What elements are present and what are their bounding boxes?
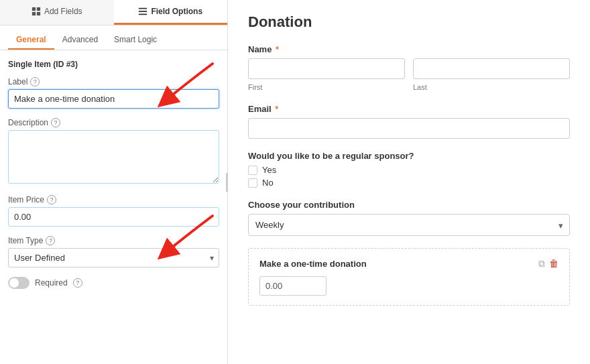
required-label: Required (35, 278, 68, 288)
sponsor-yes-row: Yes (248, 165, 570, 175)
svg-rect-5 (139, 11, 147, 12)
description-help-icon[interactable]: ? (51, 118, 60, 127)
first-name-input[interactable] (248, 58, 405, 79)
form-title: Donation (248, 13, 570, 31)
name-inputs-row (248, 58, 570, 79)
email-field-label: Email * (248, 104, 570, 114)
donation-card: Make a one-time donation ⧉ 🗑 (248, 248, 570, 306)
last-name-input[interactable] (413, 58, 570, 79)
description-label: Description ? (8, 118, 219, 127)
description-textarea[interactable] (8, 130, 219, 184)
item-price-group: Item Price ? (8, 195, 219, 227)
name-required-star: * (276, 44, 279, 54)
label-input[interactable] (8, 89, 219, 109)
donation-card-title: Make a one-time donation (259, 259, 367, 269)
field-options-tab-label: Field Options (151, 7, 202, 16)
field-id-label: Single Item (ID #3) (8, 60, 219, 69)
last-name-sub-label: Last (413, 83, 427, 91)
svg-rect-1 (37, 7, 40, 11)
sub-tab-advanced[interactable]: Advanced (54, 31, 106, 50)
email-required-star: * (275, 104, 278, 114)
sponsor-no-checkbox[interactable] (248, 178, 257, 188)
sponsor-no-row: No (248, 178, 570, 188)
sponsor-checkboxes: Yes No (248, 165, 570, 188)
right-panel: Donation Name * First Last Email * Would… (228, 0, 590, 364)
sub-tabs-bar: General Advanced Smart Logic (0, 25, 227, 50)
donation-amount-input[interactable] (259, 276, 327, 296)
card-actions: ⧉ 🗑 (538, 258, 558, 269)
sponsor-field-group: Would you like to be a regular sponsor? … (248, 151, 570, 188)
grid-icon (32, 7, 41, 16)
name-field-group: Name * First Last (248, 44, 570, 92)
svg-rect-2 (32, 12, 36, 15)
sponsor-yes-checkbox[interactable] (248, 166, 257, 175)
sponsor-yes-label: Yes (262, 165, 276, 175)
svg-rect-6 (139, 14, 147, 15)
add-fields-tab[interactable]: Add Fields (0, 0, 114, 25)
svg-rect-0 (32, 7, 36, 11)
duplicate-icon[interactable]: ⧉ (538, 258, 545, 269)
sub-tab-smart-logic[interactable]: Smart Logic (106, 31, 165, 50)
sponsor-no-label: No (262, 178, 274, 188)
sponsor-label: Would you like to be a regular sponsor? (248, 151, 570, 161)
item-type-help-icon[interactable]: ? (46, 236, 55, 245)
list-icon (138, 7, 148, 16)
panel-tabs: Add Fields Field Options (0, 0, 227, 25)
item-price-input[interactable] (8, 207, 219, 227)
item-type-label: Item Type ? (8, 236, 219, 245)
contribution-select[interactable]: Weekly Monthly Yearly (248, 214, 570, 236)
svg-rect-3 (37, 12, 40, 15)
field-options-tab[interactable]: Field Options (114, 0, 228, 25)
item-type-select[interactable]: User Defined Fixed (8, 248, 219, 267)
name-field-label: Name * (248, 44, 570, 54)
required-help-icon[interactable]: ? (73, 278, 82, 288)
label-field-label: Label ? (8, 77, 219, 86)
description-group: Description ? (8, 118, 219, 186)
name-sub-labels: First Last (248, 82, 570, 92)
add-fields-tab-label: Add Fields (44, 7, 82, 16)
item-price-label: Item Price ? (8, 195, 219, 204)
item-type-select-wrapper: User Defined Fixed (8, 248, 219, 267)
svg-rect-4 (139, 8, 147, 9)
email-field-group: Email * (248, 104, 570, 139)
item-price-help-icon[interactable]: ? (47, 195, 56, 204)
label-help-icon[interactable]: ? (30, 77, 40, 86)
first-name-sub-label: First (248, 83, 262, 91)
item-type-group: Item Type ? User Defined Fixed (8, 236, 219, 267)
contribution-field-group: Choose your contribution Weekly Monthly … (248, 200, 570, 236)
delete-icon[interactable]: 🗑 (549, 258, 558, 269)
contribution-select-wrapper: Weekly Monthly Yearly (248, 214, 570, 236)
panel-content: Single Item (ID #3) Label ? Descriptio (0, 50, 227, 364)
required-toggle[interactable] (8, 277, 30, 289)
donation-card-header: Make a one-time donation ⧉ 🗑 (259, 258, 558, 269)
sub-tab-general[interactable]: General (8, 31, 54, 50)
label-group: Label ? (8, 77, 219, 109)
email-input[interactable] (248, 118, 570, 139)
required-toggle-row: Required ? (8, 277, 219, 289)
contribution-label: Choose your contribution (248, 200, 570, 210)
